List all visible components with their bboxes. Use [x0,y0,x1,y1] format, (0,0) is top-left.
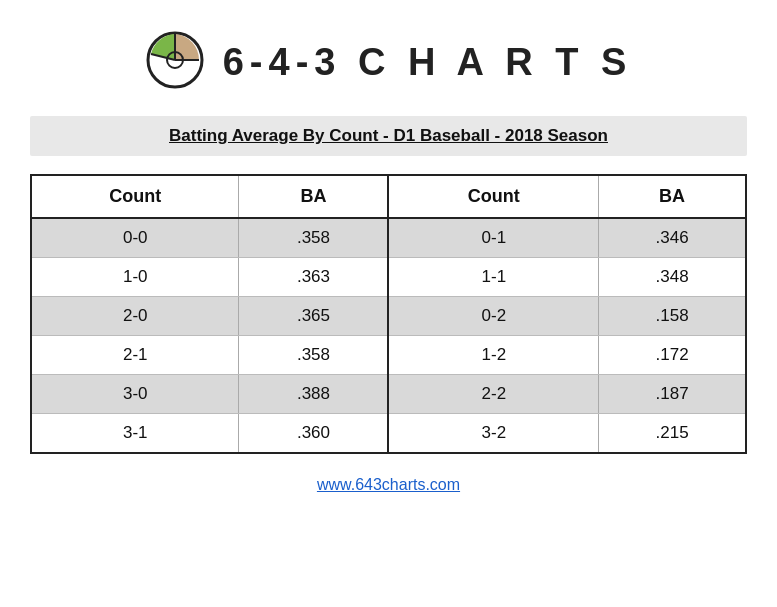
cell-count1: 0-0 [32,218,239,258]
cell-ba2: .348 [599,258,745,297]
cell-ba1: .365 [239,297,389,336]
cell-ba2: .215 [599,414,745,453]
cell-ba1: .363 [239,258,389,297]
data-table: Count BA Count BA 0-0.3580-1.3461-0.3631… [30,174,747,454]
col-header-ba1: BA [239,176,389,218]
table-row: 2-1.3581-2.172 [32,336,745,375]
site-title: 6-4-3 C H A R T S [223,41,633,84]
table-row: 1-0.3631-1.348 [32,258,745,297]
footer: www.643charts.com [317,476,460,494]
cell-ba2: .187 [599,375,745,414]
table-row: 0-0.3580-1.346 [32,218,745,258]
table-row: 3-1.3603-2.215 [32,414,745,453]
cell-count1: 1-0 [32,258,239,297]
logo [145,30,205,94]
table-row: 3-0.3882-2.187 [32,375,745,414]
cell-ba2: .172 [599,336,745,375]
cell-count1: 3-1 [32,414,239,453]
cell-ba2: .158 [599,297,745,336]
cell-count1: 3-0 [32,375,239,414]
cell-ba1: .358 [239,336,389,375]
cell-count2: 0-2 [388,297,598,336]
table-row: 2-0.3650-2.158 [32,297,745,336]
cell-ba1: .360 [239,414,389,453]
subtitle-bar: Batting Average By Count - D1 Baseball -… [30,116,747,156]
cell-count2: 3-2 [388,414,598,453]
cell-count2: 2-2 [388,375,598,414]
cell-ba2: .346 [599,218,745,258]
chart-title: Batting Average By Count - D1 Baseball -… [50,126,727,146]
cell-count1: 2-1 [32,336,239,375]
cell-count1: 2-0 [32,297,239,336]
page-header: 6-4-3 C H A R T S [145,30,633,94]
table-header-row: Count BA Count BA [32,176,745,218]
cell-count2: 1-2 [388,336,598,375]
col-header-count1: Count [32,176,239,218]
col-header-count2: Count [388,176,598,218]
website-link[interactable]: www.643charts.com [317,476,460,493]
cell-count2: 1-1 [388,258,598,297]
cell-count2: 0-1 [388,218,598,258]
cell-ba1: .358 [239,218,389,258]
col-header-ba2: BA [599,176,745,218]
cell-ba1: .388 [239,375,389,414]
